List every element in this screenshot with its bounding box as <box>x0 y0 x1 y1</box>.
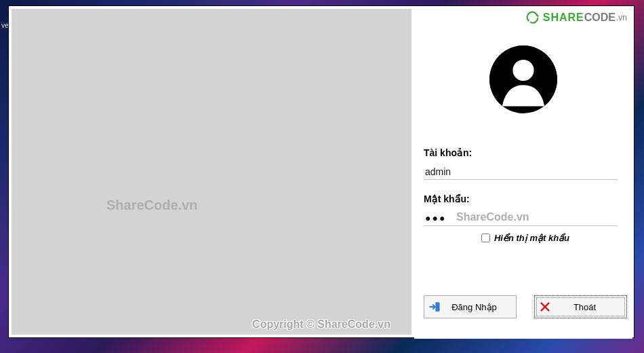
avatar <box>414 44 632 115</box>
brand-text-1: SHARE <box>543 12 584 24</box>
login-form: Tài khoản: Mật khẩu: ShareCode.vn Hiển t… <box>424 147 627 243</box>
watermark-center: ShareCode.vn <box>106 198 197 213</box>
login-icon <box>424 301 445 313</box>
brand-tld: .vn <box>616 13 627 22</box>
login-form-pane: SHARECODE.vn Tài khoản: Mật kh <box>414 6 632 339</box>
brand-swirl-icon <box>525 10 540 25</box>
exit-button[interactable]: Thoát <box>534 295 627 318</box>
show-password-checkbox[interactable] <box>481 234 490 242</box>
username-label: Tài khoản: <box>424 147 627 158</box>
login-button[interactable]: Đăng Nhập <box>424 295 517 318</box>
login-window: ShareCode.vn SHARECODE.vn <box>8 5 635 338</box>
password-input[interactable] <box>424 210 618 226</box>
show-password-label[interactable]: Hiển thị mật khẩu <box>494 233 569 243</box>
user-avatar-icon <box>488 44 559 115</box>
button-row: Đăng Nhập Thoát <box>424 295 627 318</box>
login-button-label: Đăng Nhập <box>445 302 516 312</box>
left-banner-pane: ShareCode.vn <box>12 9 411 335</box>
password-label: Mật khẩu: <box>424 193 627 204</box>
background-text-fragment: ve <box>1 22 9 29</box>
brand-text-2: CODE <box>584 12 616 24</box>
close-icon <box>535 301 555 312</box>
username-input[interactable] <box>424 164 618 180</box>
brand-logo: SHARECODE.vn <box>525 10 627 25</box>
exit-button-label: Thoát <box>555 302 626 312</box>
svg-point-9 <box>512 60 534 81</box>
